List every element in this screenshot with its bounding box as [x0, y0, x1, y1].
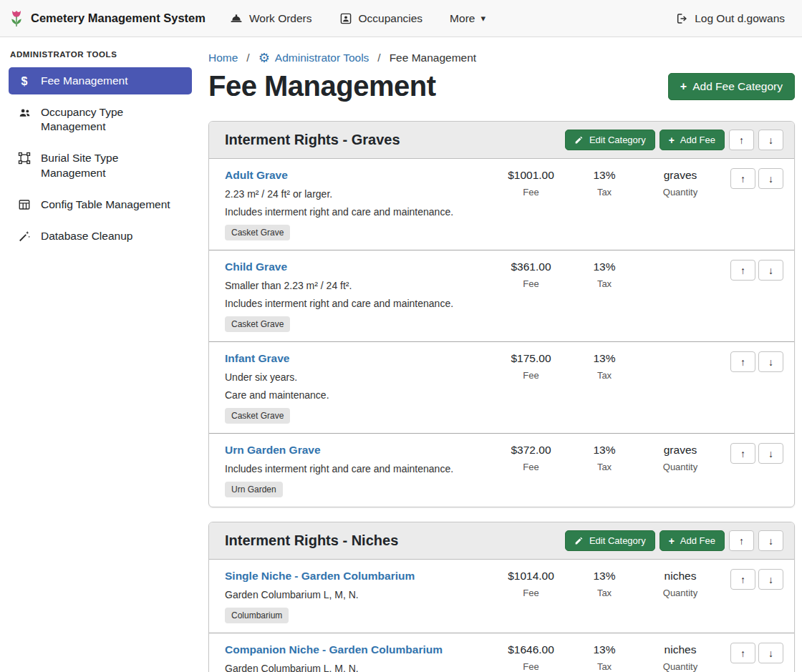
logout-button[interactable]: Log Out d.gowans: [675, 12, 785, 25]
add-fee-label: Add Fee: [680, 135, 715, 145]
fee-type-badge: Casket Grave: [225, 316, 290, 332]
fee-tax-label: Tax: [569, 462, 640, 472]
sidebar-item-label: Occupancy Type Management: [41, 105, 183, 134]
sidebar-item-burial-site-type[interactable]: Burial Site Type Management: [9, 145, 192, 186]
move-fee-down-button[interactable]: ↓: [758, 168, 783, 189]
fee-name-link[interactable]: Single Niche - Garden Columbarium: [225, 570, 415, 583]
edit-category-button[interactable]: Edit Category: [565, 130, 655, 150]
logout-icon: [675, 12, 688, 25]
add-fee-category-button[interactable]: + Add Fee Category: [668, 73, 795, 100]
pencil-icon: [574, 536, 584, 545]
nav-occupancies[interactable]: Occupancies: [339, 12, 423, 25]
fee-tax-label: Tax: [569, 370, 640, 381]
add-fee-button[interactable]: + Add Fee: [660, 130, 725, 150]
fee-quantity-label: Quantity: [640, 588, 720, 598]
sidebar-item-label: Database Cleanup: [41, 229, 132, 243]
fee-quantity-label: Quantity: [640, 661, 720, 672]
move-fee-up-button[interactable]: ↑: [730, 168, 755, 189]
nav-more[interactable]: More ▾: [450, 12, 485, 25]
move-fee-up-button[interactable]: ↑: [730, 569, 755, 590]
move-category-up-button[interactable]: ↑: [729, 130, 754, 150]
fee-name-link[interactable]: Child Grave: [225, 260, 287, 273]
breadcrumb-home-link[interactable]: Home: [208, 52, 238, 64]
fee-amount-label: Fee: [493, 278, 569, 289]
fee-name-link[interactable]: Adult Grave: [225, 169, 288, 182]
fee-description: Garden Columbarium L, M, N.: [225, 589, 488, 600]
edit-category-button[interactable]: Edit Category: [565, 530, 655, 551]
fee-description: Smaller than 2.23 m² / 24 ft².: [225, 280, 488, 291]
fee-amount-label: Fee: [493, 370, 569, 381]
nav-work-orders[interactable]: Work Orders: [230, 12, 312, 25]
fee-tax-cell: 13% Tax: [569, 569, 640, 598]
fee-quantity-cell: niches Quantity: [640, 643, 720, 672]
plus-icon: +: [669, 536, 675, 546]
sidebar-item-config-table[interactable]: Config Table Management: [9, 191, 192, 218]
top-navbar: Cemetery Management System Work Orders O…: [0, 0, 802, 37]
nav-work-orders-label: Work Orders: [249, 12, 312, 25]
move-fee-up-button[interactable]: ↑: [730, 260, 755, 281]
fee-quantity: niches: [640, 643, 720, 656]
edit-category-label: Edit Category: [589, 135, 646, 145]
sidebar-item-label: Burial Site Type Management: [41, 151, 183, 180]
move-fee-up-button[interactable]: ↑: [730, 351, 755, 372]
fee-name-link[interactable]: Infant Grave: [225, 352, 289, 365]
fee-amount-label: Fee: [493, 661, 569, 672]
move-category-down-button[interactable]: ↓: [758, 130, 783, 150]
fee-quantity-cell: graves Quantity: [640, 168, 720, 198]
fee-amount-cell: $1001.00 Fee: [493, 168, 569, 198]
arrow-down-icon: ↓: [768, 448, 773, 459]
pencil-icon: [574, 135, 584, 145]
fee-amount-label: Fee: [493, 187, 569, 198]
fee-description: 2.23 m² / 24 ft² or larger.: [225, 188, 488, 200]
fee-type-badge: Columbarium: [225, 608, 289, 623]
hard-hat-icon: [230, 12, 243, 25]
move-fee-down-button[interactable]: ↓: [758, 351, 783, 372]
category-header: Interment Rights - Graves Edit Category …: [209, 122, 794, 159]
fee-tax-label: Tax: [569, 278, 640, 289]
breadcrumb: Home / ⚙ Administrator Tools / Fee Manag…: [208, 52, 795, 64]
main-nav: Work Orders Occupancies More ▾: [230, 12, 485, 25]
arrow-down-icon: ↓: [768, 535, 773, 547]
app-brand[interactable]: Cemetery Management System: [9, 9, 206, 28]
sidebar-item-fee-management[interactable]: $ Fee Management: [9, 67, 192, 94]
fee-tax: 13%: [569, 169, 640, 182]
breadcrumb-admin-tools-link[interactable]: ⚙ Administrator Tools: [259, 52, 369, 64]
plus-icon: +: [680, 81, 687, 92]
move-fee-down-button[interactable]: ↓: [758, 643, 783, 663]
sidebar-item-database-cleanup[interactable]: Database Cleanup: [9, 223, 192, 250]
fee-amount-label: Fee: [493, 462, 569, 472]
move-category-down-button[interactable]: ↓: [758, 530, 783, 551]
fee-amount-cell: $175.00 Fee: [493, 351, 569, 381]
sidebar-heading: ADMINISTRATOR TOOLS: [10, 50, 190, 59]
move-fee-down-button[interactable]: ↓: [758, 569, 783, 590]
chevron-down-icon: ▾: [480, 13, 485, 24]
fee-category-card-graves: Interment Rights - Graves Edit Category …: [208, 121, 795, 507]
brand-title: Cemetery Management System: [31, 11, 206, 25]
fee-tax-cell: 13% Tax: [569, 260, 640, 289]
move-fee-up-button[interactable]: ↑: [730, 443, 755, 464]
move-fee-down-button[interactable]: ↓: [758, 260, 783, 281]
add-fee-button[interactable]: + Add Fee: [660, 530, 725, 551]
nav-occupancies-label: Occupancies: [359, 12, 423, 25]
fee-name-link[interactable]: Urn Garden Grave: [225, 444, 321, 457]
fee-quantity-label: Quantity: [640, 462, 720, 472]
fee-amount: $1014.00: [493, 570, 569, 583]
fee-amount: $175.00: [493, 352, 569, 365]
fee-tax: 13%: [569, 260, 640, 273]
arrow-down-icon: ↓: [768, 135, 773, 146]
move-fee-up-button[interactable]: ↑: [730, 643, 755, 663]
add-fee-label: Add Fee: [680, 535, 715, 546]
fee-name-link[interactable]: Companion Niche - Garden Columbarium: [225, 643, 443, 656]
add-fee-category-label: Add Fee Category: [692, 80, 783, 93]
arrow-up-icon: ↑: [740, 574, 745, 585]
move-fee-down-button[interactable]: ↓: [758, 443, 783, 464]
fee-tax: 13%: [569, 444, 640, 457]
move-category-up-button[interactable]: ↑: [729, 530, 754, 551]
fee-amount-cell: $1014.00 Fee: [493, 569, 569, 598]
fee-quantity: niches: [640, 570, 720, 583]
fee-amount-cell: $1646.00 Fee: [493, 643, 569, 672]
sidebar-item-occupancy-type[interactable]: Occupancy Type Management: [9, 99, 192, 140]
logout-label: Log Out d.gowans: [695, 12, 785, 25]
fee-row: Infant Grave Under six years. Care and m…: [209, 342, 794, 434]
arrow-down-icon: ↓: [768, 265, 773, 276]
